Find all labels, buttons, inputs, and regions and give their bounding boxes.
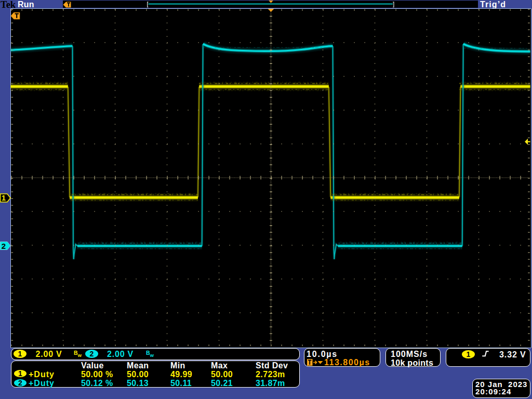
svg-text:1: 1 — [2, 193, 6, 202]
svg-text:2: 2 — [2, 242, 6, 250]
